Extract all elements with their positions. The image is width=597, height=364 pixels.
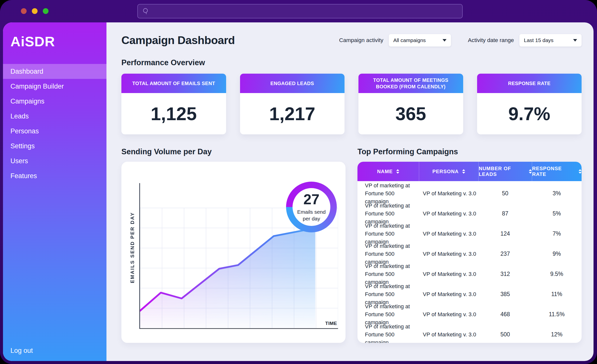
sidebar-item[interactable]: Campaign Builder xyxy=(3,79,106,94)
cell-persona: VP of Marketing v. 3.0 xyxy=(419,190,479,197)
bottom-panels: Sending Volume per Day EMAILS SEND PER D… xyxy=(121,147,582,343)
cell-response-rate: 11.5% xyxy=(532,311,582,318)
sidebar-item-label: Users xyxy=(10,157,28,165)
search-icon xyxy=(142,7,150,15)
date-range-dropdown[interactable]: Last 15 days xyxy=(519,34,582,47)
app-content: AiSDR Dashboard Campaign Builder Campaig… xyxy=(3,22,594,361)
table-row: VP of marketing at Fortune 500 campaign … xyxy=(357,182,582,202)
table-header-label: NUMBER OF LEADS xyxy=(479,166,525,177)
sidebar-item[interactable]: Users xyxy=(3,154,106,168)
sidebar-item-label: Campaign Builder xyxy=(10,83,64,90)
dropdown-value: All campaigns xyxy=(393,37,426,43)
table-header-cell[interactable]: PERSONA xyxy=(419,162,479,181)
close-button[interactable] xyxy=(21,8,27,14)
donut-value: 27 xyxy=(303,192,320,207)
dropdown-value: Last 15 days xyxy=(524,37,553,43)
table-row: VP of marketing at Fortune 500 campaign … xyxy=(357,262,582,282)
window-titlebar xyxy=(0,0,597,22)
filter-label: Campaign activity xyxy=(339,37,383,44)
page-title: Campaign Dashboard xyxy=(121,34,235,47)
campaign-activity-dropdown[interactable]: All campaigns xyxy=(389,34,451,47)
table-header-cell[interactable]: NUMBER OF LEADS xyxy=(478,162,532,181)
sidebar-item[interactable]: Dashboard xyxy=(3,64,106,79)
kpi-card-title: ENGAGED LEADS xyxy=(240,74,345,93)
table-body: VP of marketing at Fortune 500 campaign … xyxy=(357,181,582,343)
cell-persona: VP of Marketing v. 3.0 xyxy=(419,311,479,318)
kpi-card-value: 1,217 xyxy=(240,93,345,134)
donut-inner: 27 Emails send per day xyxy=(293,188,330,226)
sidebar-item[interactable]: Personas xyxy=(3,124,106,139)
app-window: AiSDR Dashboard Campaign Builder Campaig… xyxy=(0,0,597,364)
table-row: VP of marketing at Fortune 500 campaign … xyxy=(357,303,582,323)
chevron-down-icon xyxy=(573,39,577,42)
sort-icon xyxy=(462,169,465,174)
table-heading: Top Performing Campaigns xyxy=(357,147,582,156)
minimize-button[interactable] xyxy=(32,8,38,14)
table-header-cell[interactable]: NAME xyxy=(357,162,419,181)
filter-label: Activity date range xyxy=(468,37,514,44)
kpi-card: TOTAL AMOUNT OF MEETINGS BOOKED (FROM CA… xyxy=(358,74,463,134)
sidebar: AiSDR Dashboard Campaign Builder Campaig… xyxy=(3,22,106,361)
cell-response-rate: 9.5% xyxy=(532,271,582,277)
sidebar-item[interactable]: Leads xyxy=(3,109,106,124)
cell-response-rate: 3% xyxy=(532,190,582,197)
cell-persona: VP of Marketing v. 3.0 xyxy=(419,291,479,298)
cell-persona: VP of Marketing v. 3.0 xyxy=(419,271,479,277)
kpi-card-value: 1,125 xyxy=(121,93,226,134)
kpi-card: TOTAL AMOUNT OF EMAILS SENT 1,125 xyxy=(121,74,226,134)
cell-response-rate: 7% xyxy=(532,230,582,237)
sidebar-item[interactable]: Features xyxy=(3,168,106,183)
kpi-card: ENGAGED LEADS 1,217 xyxy=(240,74,345,134)
sidebar-item-label: Dashboard xyxy=(10,68,43,75)
search-bar[interactable] xyxy=(137,4,463,18)
date-range-filter: Activity date range Last 15 days xyxy=(468,34,582,47)
table-header-label: NAME xyxy=(377,169,393,174)
cell-persona: VP of Marketing v. 3.0 xyxy=(419,231,479,237)
kpi-card-title: RESPONSE RATE xyxy=(477,74,582,93)
table-header-row: NAME PERSONA xyxy=(357,162,582,181)
sidebar-item[interactable]: Settings xyxy=(3,139,106,154)
emails-per-day-donut: 27 Emails send per day xyxy=(286,182,337,232)
kpi-card-value: 365 xyxy=(358,93,463,134)
cell-number-of-leads: 500 xyxy=(478,331,532,338)
volume-area xyxy=(140,228,315,328)
app-logo: AiSDR xyxy=(3,22,106,50)
sort-icon xyxy=(396,169,399,174)
cell-persona: VP of Marketing v. 3.0 xyxy=(419,331,479,338)
cell-campaign-name: VP of marketing at Fortune 500 campaign xyxy=(357,323,419,343)
logout-button[interactable]: Log out xyxy=(10,347,33,355)
sidebar-item-label: Personas xyxy=(10,127,39,135)
cell-number-of-leads: 312 xyxy=(478,271,532,277)
kpi-card-title: TOTAL AMOUNT OF EMAILS SENT xyxy=(121,74,226,93)
cell-response-rate: 5% xyxy=(532,210,582,217)
table-header-cell[interactable]: RESPONSE RATE xyxy=(532,162,582,181)
kpi-grid: TOTAL AMOUNT OF EMAILS SENT 1,125 ENGAGE… xyxy=(121,74,582,134)
cell-number-of-leads: 385 xyxy=(478,291,532,298)
cell-persona: VP of Marketing v. 3.0 xyxy=(419,210,479,217)
chevron-down-icon xyxy=(443,39,447,42)
cell-number-of-leads: 124 xyxy=(478,230,532,237)
cell-number-of-leads: 237 xyxy=(478,251,532,257)
sort-icon xyxy=(529,169,532,174)
main-header: Campaign Dashboard Campaign activity All… xyxy=(121,34,582,47)
donut-caption: Emails send per day xyxy=(295,208,328,222)
traffic-lights xyxy=(21,8,49,14)
kpi-card-title: TOTAL AMOUNT OF MEETINGS BOOKED (FROM CA… xyxy=(358,74,463,93)
performance-heading: Performance Overview xyxy=(121,58,582,67)
kpi-card-value: 9.7% xyxy=(477,93,582,134)
cell-number-of-leads: 468 xyxy=(478,311,532,318)
table-row: VP of marketing at Fortune 500 campaign … xyxy=(357,242,582,262)
cell-response-rate: 9% xyxy=(532,251,582,257)
filters: Campaign activity All campaigns Activity… xyxy=(339,34,582,47)
sidebar-nav: Dashboard Campaign Builder Campaigns Lea… xyxy=(3,64,106,183)
sidebar-item-label: Settings xyxy=(10,142,35,150)
chart-heading: Sending Volume per Day xyxy=(121,147,346,156)
main-area: Campaign Dashboard Campaign activity All… xyxy=(106,22,594,361)
sidebar-item-label: Campaigns xyxy=(10,98,45,105)
sending-volume-panel: Sending Volume per Day EMAILS SEND PER D… xyxy=(121,147,346,343)
sending-volume-chart-card: EMAILS SEND PER DAY xyxy=(121,162,346,343)
table-row: VP of marketing at Fortune 500 campaign … xyxy=(357,222,582,242)
search-input[interactable] xyxy=(150,8,458,15)
sidebar-item[interactable]: Campaigns xyxy=(3,94,106,109)
zoom-button[interactable] xyxy=(43,8,49,14)
